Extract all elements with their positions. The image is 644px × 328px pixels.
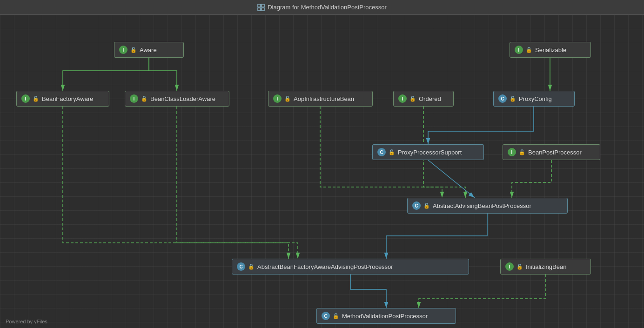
lock-icon: 🔓 [526,47,532,53]
node-label-beanpostprocessor: BeanPostProcessor [528,149,582,156]
connections-layer [0,15,644,328]
node-initializingbean[interactable]: I🔓InitializingBean [500,259,591,274]
node-abstractbeanfactoryawareadvisingpostprocessor[interactable]: C🔓AbstractBeanFactoryAwareAdvisingPostPr… [232,259,469,274]
badge-proxyconfig: C [498,94,507,103]
node-label-aopinfrastructurebean: AopInfrastructureBean [294,95,354,102]
svg-rect-2 [258,8,261,11]
badge-methodvalidationpostprocessor: C [322,312,330,320]
svg-rect-0 [258,4,261,7]
svg-rect-1 [262,4,264,7]
node-label-aware: Aware [140,47,157,54]
badge-ordered: I [398,94,407,103]
node-label-methodvalidationpostprocessor: MethodValidationPostProcessor [342,313,428,320]
node-aware[interactable]: I🔓Aware [114,42,184,58]
lock-icon: 🔓 [248,264,255,270]
node-proxyprocessorsupport[interactable]: C🔓ProxyProcessorSupport [372,144,484,160]
svg-rect-3 [262,8,264,11]
lock-icon: 🔓 [510,96,516,102]
badge-beanpostprocessor: I [508,148,516,156]
lock-icon: 🔓 [389,149,395,155]
title-bar: Diagram for MethodValidationPostProcesso… [0,0,644,15]
node-label-proxyconfig: ProxyConfig [519,95,552,102]
node-label-ordered: Ordered [419,95,441,102]
badge-aopinfrastructurebean: I [273,94,282,103]
node-label-beanclassloaderaware: BeanClassLoaderAware [150,95,215,102]
node-beanfactoryaware[interactable]: I🔓BeanFactoryAware [16,91,109,107]
badge-abstractadvisingbeanpostprocessor: C [412,201,421,210]
node-label-initializingbean: InitializingBean [526,263,566,270]
node-beanpostprocessor[interactable]: I🔓BeanPostProcessor [503,144,600,160]
title-icon [257,4,265,11]
node-methodvalidationpostprocessor[interactable]: C🔓MethodValidationPostProcessor [316,308,456,324]
badge-initializingbean: I [505,262,514,271]
lock-icon: 🔓 [141,96,148,102]
node-serializable[interactable]: I🔓Serializable [510,42,591,58]
footer-text: Powered by yFiles [6,319,47,324]
badge-proxyprocessorsupport: C [377,148,386,156]
node-label-abstractadvisingbeanpostprocessor: AbstractAdvisingBeanPostProcessor [433,202,531,209]
node-label-abstractbeanfactoryawareadvisingpostprocessor: AbstractBeanFactoryAwareAdvisingPostProc… [257,263,393,270]
node-label-serializable: Serializable [535,47,566,54]
node-label-beanfactoryaware: BeanFactoryAware [42,95,93,102]
lock-icon: 🔓 [333,313,339,319]
badge-serializable: I [515,46,523,54]
badge-aware: I [119,46,127,54]
node-aopinfrastructurebean[interactable]: I🔓AopInfrastructureBean [268,91,373,107]
lock-icon: 🔓 [130,47,137,53]
node-abstractadvisingbeanpostprocessor[interactable]: C🔓AbstractAdvisingBeanPostProcessor [407,198,568,214]
diagram-title: Diagram for MethodValidationPostProcesso… [268,4,387,11]
badge-beanclassloaderaware: I [130,94,138,103]
node-label-proxyprocessorsupport: ProxyProcessorSupport [398,149,462,156]
lock-icon: 🔓 [33,96,39,102]
badge-abstractbeanfactoryawareadvisingpostprocessor: C [237,262,245,271]
badge-beanfactoryaware: I [21,94,30,103]
lock-icon: 🔓 [423,203,430,209]
node-ordered[interactable]: I🔓Ordered [393,91,454,107]
svg-line-5 [428,160,475,198]
node-proxyconfig[interactable]: C🔓ProxyConfig [493,91,575,107]
node-beanclassloaderaware[interactable]: I🔓BeanClassLoaderAware [125,91,229,107]
diagram-canvas: I🔓AwareI🔓SerializableI🔓BeanFactoryAwareI… [0,15,644,328]
lock-icon: 🔓 [284,96,291,102]
lock-icon: 🔓 [519,149,525,155]
lock-icon: 🔓 [517,264,523,270]
lock-icon: 🔓 [409,96,416,102]
